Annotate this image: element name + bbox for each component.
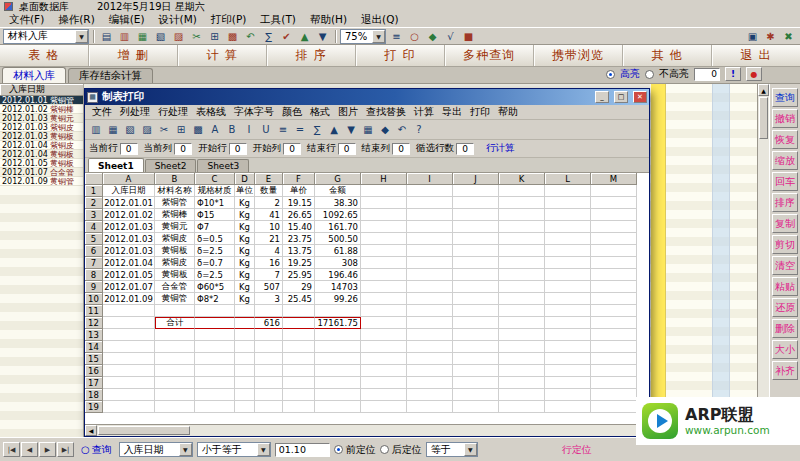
sheet-cell[interactable] — [591, 305, 637, 317]
ribbon-button[interactable]: 表 格 — [0, 45, 89, 66]
sheet-cell[interactable] — [545, 221, 591, 233]
chart-icon[interactable]: ◆ — [424, 29, 441, 44]
sheet-cell[interactable]: 500.50 — [315, 233, 361, 245]
column-header-cell[interactable]: J — [453, 173, 499, 185]
side-button[interactable]: 缩放 — [772, 151, 798, 170]
side-button[interactable]: 粘贴 — [772, 277, 798, 296]
range-field-input[interactable] — [456, 143, 474, 155]
sheet-cell[interactable] — [361, 245, 407, 257]
dataset-combo[interactable]: 材料入库 ▼ — [3, 29, 89, 44]
sheet-cell[interactable] — [591, 377, 637, 389]
sheet-cell[interactable] — [195, 329, 235, 341]
menu-item[interactable]: 操作(R) — [51, 13, 102, 27]
sheet-cell[interactable] — [103, 389, 155, 401]
sum-icon[interactable]: ∑ — [309, 122, 325, 138]
sheet-cell[interactable]: Kg — [235, 233, 255, 245]
calc-icon[interactable]: √ — [442, 29, 459, 44]
sheet-cell[interactable] — [407, 293, 453, 305]
borders-icon[interactable]: ▦ — [360, 122, 376, 138]
sheet-cell[interactable] — [283, 305, 315, 317]
sheet-cell[interactable]: Kg — [235, 197, 255, 209]
sheet-cell[interactable]: Φ7 — [195, 221, 235, 233]
sheet-cell[interactable] — [315, 353, 361, 365]
side-button[interactable]: 删除 — [772, 319, 798, 338]
new-icon[interactable]: ▤ — [98, 29, 115, 44]
prev-record-button[interactable]: ◀ — [21, 442, 38, 457]
side-button[interactable]: 剪切 — [772, 235, 798, 254]
sheet-cell[interactable]: 2012.01.04 — [103, 257, 155, 269]
sheet-cell[interactable] — [195, 389, 235, 401]
menu-item[interactable]: 编辑(E) — [102, 13, 152, 27]
sheet-cell[interactable] — [103, 317, 155, 329]
sheet-cell[interactable] — [283, 317, 315, 329]
sheet-cell[interactable] — [195, 317, 235, 329]
sheet-cell[interactable] — [361, 317, 407, 329]
query-button[interactable]: ○ 查询 — [81, 443, 112, 457]
ribbon-button[interactable]: 计 算 — [178, 45, 267, 66]
sheet-cell[interactable] — [545, 353, 591, 365]
sheet-cell[interactable] — [255, 305, 283, 317]
sheet-cell[interactable]: 2012.01.03 — [103, 233, 155, 245]
dialog-menu-item[interactable]: 查找替换 — [362, 105, 410, 119]
sheet-cell[interactable] — [499, 197, 545, 209]
sheet-cell[interactable] — [545, 197, 591, 209]
sheet-cell[interactable]: 23.75 — [283, 233, 315, 245]
sheet-cell[interactable] — [361, 281, 407, 293]
sheet-cell[interactable]: 单价 — [283, 185, 315, 197]
sheet-cell[interactable]: 单位 — [235, 185, 255, 197]
sheet-cell[interactable] — [591, 353, 637, 365]
column-header-cell[interactable]: A — [103, 173, 155, 185]
column-header-cell[interactable]: I — [407, 173, 453, 185]
column-header-cell[interactable]: K — [499, 173, 545, 185]
sheet-cell[interactable] — [453, 341, 499, 353]
sheet-cell[interactable] — [235, 329, 255, 341]
sheet-cell[interactable] — [407, 377, 453, 389]
dialog-menu-item[interactable]: 字体字号 — [230, 105, 278, 119]
sheet-cell[interactable] — [255, 329, 283, 341]
sheet-cell[interactable] — [545, 209, 591, 221]
ribbon-button[interactable]: 携带浏览 — [534, 45, 623, 66]
zoom-combo[interactable]: 75% ▼ — [340, 29, 386, 44]
sheet-cell[interactable] — [499, 401, 545, 413]
column-header-cell[interactable]: C — [195, 173, 235, 185]
sheet-cell[interactable] — [545, 293, 591, 305]
sheet-cell[interactable] — [195, 305, 235, 317]
sheet-tab[interactable]: Sheet3 — [197, 159, 249, 172]
sheet-cell[interactable] — [453, 197, 499, 209]
chevron-down-icon[interactable]: ▼ — [75, 30, 88, 43]
sheet-cell[interactable] — [103, 353, 155, 365]
align-center-icon[interactable]: = — [292, 122, 308, 138]
sheet-cell[interactable]: 紫铜棒 — [155, 209, 195, 221]
operator-combo[interactable]: 小于等于 ▼ — [197, 442, 271, 457]
row-header-cell[interactable]: 2 — [85, 197, 103, 209]
sheet-cell[interactable]: 规格材质 — [195, 185, 235, 197]
sheet-cell[interactable] — [235, 353, 255, 365]
sheet-cell[interactable] — [283, 377, 315, 389]
sheet-cell[interactable] — [453, 257, 499, 269]
sheet-cell[interactable]: 2012.01.09 — [103, 293, 155, 305]
sheet-cell[interactable]: 308 — [315, 257, 361, 269]
sheet-cell[interactable] — [453, 209, 499, 221]
sheet-cell[interactable] — [453, 185, 499, 197]
sheet-cell[interactable] — [499, 245, 545, 257]
sheet-cell[interactable] — [361, 341, 407, 353]
exit-icon[interactable]: ✖ — [780, 29, 797, 44]
dialog-titlebar[interactable]: ▦ 制表打印 _ □ ✕ — [85, 89, 649, 105]
sheet-cell[interactable] — [499, 317, 545, 329]
preview-icon[interactable]: ▨ — [139, 122, 155, 138]
row-header-cell[interactable]: 18 — [85, 389, 103, 401]
back-locate-radio[interactable] — [380, 445, 389, 454]
cut-icon[interactable]: ✂ — [188, 29, 205, 44]
sheet-cell[interactable] — [499, 305, 545, 317]
sheet-cell[interactable]: 紫铜皮 — [155, 233, 195, 245]
side-button[interactable]: 补齐 — [772, 361, 798, 380]
undo-icon[interactable]: ↶ — [394, 122, 410, 138]
sheet-cell[interactable]: Φ15 — [195, 209, 235, 221]
filter-value-input[interactable] — [275, 443, 330, 457]
sheet-cell[interactable]: 41 — [255, 209, 283, 221]
sheet-cell[interactable] — [499, 185, 545, 197]
sheet-cell[interactable] — [545, 341, 591, 353]
sheet-cell[interactable]: 紫铜管 — [155, 197, 195, 209]
sheet-cell[interactable] — [361, 221, 407, 233]
dataset-tab[interactable]: 库存结余计算 — [68, 68, 153, 83]
